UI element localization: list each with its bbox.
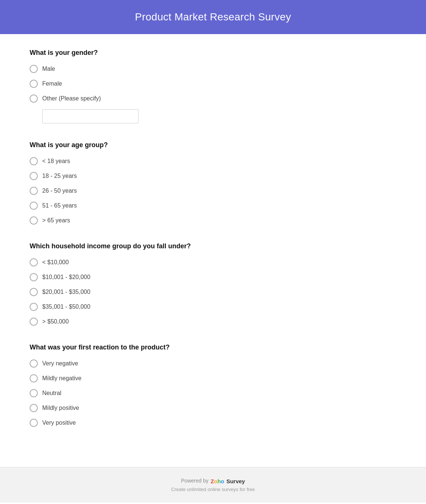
option-row: Male: [30, 65, 396, 73]
radio-male[interactable]: [30, 65, 38, 73]
option-income-35k-50k-label: $35,001 - $50,000: [42, 304, 90, 310]
option-row: Neutral: [30, 389, 396, 397]
radio-income-10k-20k[interactable]: [30, 273, 38, 281]
option-row: 26 - 50 years: [30, 187, 396, 195]
option-row: 18 - 25 years: [30, 172, 396, 180]
radio-other[interactable]: [30, 94, 38, 103]
other-specify-input[interactable]: [42, 109, 139, 123]
radio-age-51-65[interactable]: [30, 202, 38, 210]
survey-title: Product Market Research Survey: [7, 11, 419, 23]
survey-header: Product Market Research Survey: [0, 0, 426, 34]
powered-by-text: Powered by: [181, 478, 209, 484]
radio-income-20k-35k[interactable]: [30, 288, 38, 296]
option-age-18-25-label: 18 - 25 years: [42, 173, 77, 179]
zoho-z: Z: [211, 478, 214, 484]
zoho-o2: o: [221, 478, 224, 484]
radio-age-26-50[interactable]: [30, 187, 38, 195]
option-very-negative-label: Very negative: [42, 360, 78, 367]
radio-age-under18[interactable]: [30, 157, 38, 165]
option-female-label: Female: [42, 80, 62, 87]
option-mildly-positive-label: Mildly positive: [42, 405, 79, 411]
option-age-26-50-label: 26 - 50 years: [42, 188, 77, 194]
option-income-20k-35k-label: $20,001 - $35,000: [42, 289, 90, 295]
survey-footer: Powered by Zoho Survey Create unlimited …: [0, 467, 426, 503]
radio-income-35k-50k[interactable]: [30, 303, 38, 311]
option-male-label: Male: [42, 66, 55, 72]
radio-age-over65[interactable]: [30, 216, 38, 225]
option-income-10k-20k-label: $10,001 - $20,000: [42, 274, 90, 281]
option-row: Mildly negative: [30, 374, 396, 382]
survey-body: What is your gender? Male Female Other (…: [0, 34, 426, 467]
option-row: < 18 years: [30, 157, 396, 165]
zoho-o: o: [214, 478, 217, 484]
radio-very-positive[interactable]: [30, 419, 38, 427]
option-very-positive-label: Very positive: [42, 420, 76, 426]
question-age: What is your age group? < 18 years 18 - …: [30, 141, 396, 225]
option-row: > 65 years: [30, 216, 396, 225]
footer-tagline: Create unlimited online surveys for free: [7, 487, 419, 492]
question-gender: What is your gender? Male Female Other (…: [30, 49, 396, 123]
option-age-over65-label: > 65 years: [42, 217, 70, 224]
question-income-label: Which household income group do you fall…: [30, 242, 396, 250]
option-row: Very negative: [30, 359, 396, 368]
footer-powered-by: Powered by Zoho Survey: [7, 478, 419, 484]
zoho-h: h: [217, 478, 221, 484]
option-row: $20,001 - $35,000: [30, 288, 396, 296]
radio-age-18-25[interactable]: [30, 172, 38, 180]
option-row: 51 - 65 years: [30, 202, 396, 210]
radio-income-over50k[interactable]: [30, 318, 38, 326]
radio-mildly-negative[interactable]: [30, 374, 38, 382]
radio-income-under10k[interactable]: [30, 258, 38, 266]
option-row: Other (Please specify): [30, 94, 396, 103]
option-income-under10k-label: < $10,000: [42, 259, 69, 266]
radio-very-negative[interactable]: [30, 359, 38, 368]
zoho-logo: Zoho: [211, 478, 224, 484]
option-age-under18-label: < 18 years: [42, 158, 70, 165]
question-age-label: What is your age group?: [30, 141, 396, 149]
radio-neutral[interactable]: [30, 389, 38, 397]
question-income: Which household income group do you fall…: [30, 242, 396, 326]
option-row: Female: [30, 80, 396, 88]
option-row: Very positive: [30, 419, 396, 427]
option-neutral-label: Neutral: [42, 390, 61, 397]
survey-text: Survey: [226, 478, 245, 484]
radio-female[interactable]: [30, 80, 38, 88]
radio-mildly-positive[interactable]: [30, 404, 38, 412]
option-other-label: Other (Please specify): [42, 95, 101, 102]
option-row: $35,001 - $50,000: [30, 303, 396, 311]
question-reaction-label: What was your first reaction to the prod…: [30, 344, 396, 351]
option-row: $10,001 - $20,000: [30, 273, 396, 281]
question-reaction: What was your first reaction to the prod…: [30, 344, 396, 427]
option-row: < $10,000: [30, 258, 396, 266]
option-mildly-negative-label: Mildly negative: [42, 375, 81, 382]
option-age-51-65-label: 51 - 65 years: [42, 202, 77, 209]
option-income-over50k-label: > $50,000: [42, 318, 69, 325]
question-gender-label: What is your gender?: [30, 49, 396, 57]
option-row: Mildly positive: [30, 404, 396, 412]
option-row: > $50,000: [30, 318, 396, 326]
